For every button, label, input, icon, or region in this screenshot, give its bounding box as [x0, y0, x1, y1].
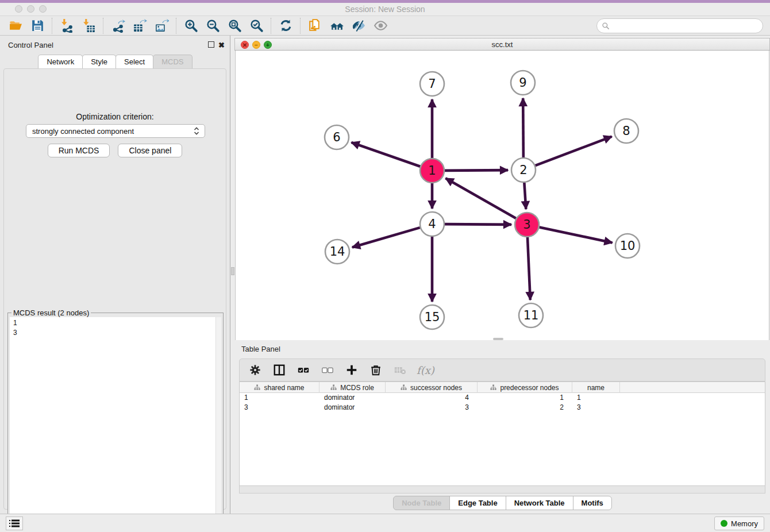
column-header-name[interactable]: name: [572, 382, 620, 393]
table-cell[interactable]: 1: [572, 393, 620, 403]
table-settings-button[interactable]: [248, 363, 263, 377]
delete-table-button[interactable]: [392, 363, 407, 377]
window-title: Session: New Session: [0, 5, 770, 14]
zoom-out-button[interactable]: [202, 17, 224, 34]
save-session-button[interactable]: [26, 17, 48, 34]
duplicate-network-icon: [308, 18, 322, 33]
zoom-out-icon: [206, 18, 220, 33]
column-header-shared-name[interactable]: shared name: [240, 382, 319, 393]
node-table[interactable]: shared nameMCDS rolesuccessor nodesprede…: [239, 381, 765, 486]
import-table-button[interactable]: [78, 17, 99, 34]
memory-button[interactable]: Memory: [714, 516, 764, 530]
search-field[interactable]: [596, 18, 763, 33]
close-panel-icon[interactable]: ✖: [218, 41, 225, 49]
table-cell[interactable]: 3: [240, 403, 319, 413]
search-icon: [602, 22, 610, 30]
graph-edge-2-3[interactable]: [524, 183, 526, 209]
zoom-fit-icon: [228, 18, 242, 33]
refresh-layout-button[interactable]: [275, 17, 297, 34]
deselect-all-columns-button[interactable]: [320, 363, 335, 377]
houses-button[interactable]: [326, 17, 348, 34]
table-cell[interactable]: dominator: [319, 403, 386, 413]
split-columns-icon: [273, 364, 286, 376]
network-graph[interactable]: 7968124314101511: [236, 51, 769, 340]
control-panel-title: Control Panel: [8, 41, 53, 49]
table-row[interactable]: 1dominator411: [240, 393, 765, 403]
tab-node-table[interactable]: Node Table: [393, 496, 450, 510]
list-icon: [9, 519, 20, 527]
close-panel-button[interactable]: Close panel: [118, 144, 182, 157]
column-header-successor-nodes[interactable]: successor nodes: [386, 382, 478, 393]
column-label: predecessor nodes: [500, 384, 559, 392]
export-table-button[interactable]: [129, 17, 151, 34]
tab-mcds[interactable]: MCDS: [153, 55, 192, 68]
table-cell[interactable]: dominator: [319, 393, 386, 403]
float-panel-icon[interactable]: [208, 41, 214, 49]
zoom-fit-button[interactable]: [224, 17, 245, 34]
table-toolbar: f(x): [239, 358, 765, 381]
open-session-button[interactable]: [5, 17, 26, 34]
tab-network[interactable]: Network: [38, 55, 83, 68]
graph-edge-1-6[interactable]: [351, 142, 420, 167]
import-table-icon: [82, 18, 96, 33]
delete-columns-button[interactable]: [368, 363, 383, 377]
run-mcds-button[interactable]: Run MCDS: [48, 144, 110, 157]
export-network-button[interactable]: [107, 17, 129, 34]
column-tree-icon: [490, 384, 496, 391]
table-cell[interactable]: 1: [478, 393, 572, 403]
column-tree-icon: [401, 384, 407, 391]
export-image-button[interactable]: [151, 17, 172, 34]
tab-motifs[interactable]: Motifs: [573, 496, 612, 510]
table-cell[interactable]: 3: [386, 403, 478, 413]
add-column-button[interactable]: [344, 363, 359, 377]
import-network-icon: [60, 18, 74, 33]
mcds-result-text[interactable]: 1 3: [10, 317, 215, 530]
table-cell[interactable]: 1: [240, 393, 319, 403]
panel-splitter[interactable]: [230, 36, 234, 514]
tab-select[interactable]: Select: [116, 55, 153, 68]
tab-network-table[interactable]: Network Table: [506, 496, 573, 510]
criterion-dropdown[interactable]: strongly connected component: [26, 124, 205, 138]
toolbar-separator: [103, 18, 103, 34]
graph-edge-2-8[interactable]: [536, 137, 612, 166]
save-floppy-icon: [30, 18, 45, 33]
column-tree-icon: [254, 384, 260, 391]
graph-edge-3-1[interactable]: [445, 178, 515, 218]
show-eye-button[interactable]: [369, 17, 391, 34]
eye-slash-icon: [352, 18, 366, 33]
table-row[interactable]: 3dominator323: [240, 403, 765, 413]
graph-edge-2-9[interactable]: [523, 98, 523, 157]
tab-edge-table[interactable]: Edge Table: [449, 496, 506, 510]
graph-edge-1-2[interactable]: [445, 170, 508, 171]
zoom-selected-button[interactable]: [245, 17, 267, 34]
graph-node-label-15: 15: [425, 310, 440, 324]
table-tabs: Node TableEdge TableNetwork TableMotifs: [234, 496, 770, 510]
unchecked-boxes-icon: [321, 364, 334, 376]
function-builder-button[interactable]: f(x): [417, 364, 434, 376]
tab-style[interactable]: Style: [82, 55, 116, 68]
new-network-from-selection-button[interactable]: [304, 17, 326, 34]
titlebar: Session: New Session: [0, 3, 770, 16]
hide-eye-button[interactable]: [348, 17, 369, 34]
graph-edge-4-3[interactable]: [445, 224, 511, 225]
search-input[interactable]: [610, 22, 763, 30]
column-header-predecessor-nodes[interactable]: predecessor nodes: [478, 382, 572, 393]
graph-edge-3-11[interactable]: [528, 237, 530, 300]
table-cell[interactable]: 3: [572, 403, 620, 413]
table-cell[interactable]: 4: [386, 393, 478, 403]
import-network-button[interactable]: [56, 17, 78, 34]
graph-edge-4-14[interactable]: [352, 228, 420, 247]
table-cell[interactable]: 2: [478, 403, 572, 413]
refresh-icon: [279, 18, 293, 33]
split-view-button[interactable]: [272, 363, 287, 377]
mcds-result-fieldset: MCDS result (2 nodes) 1 3: [7, 313, 224, 532]
column-header-MCDS-role[interactable]: MCDS role: [319, 382, 386, 393]
task-history-button[interactable]: [6, 516, 23, 530]
select-all-columns-button[interactable]: [296, 363, 311, 377]
zoom-in-button[interactable]: [180, 17, 202, 34]
memory-label: Memory: [731, 519, 758, 528]
mcds-result-scrollbar[interactable]: [215, 317, 221, 530]
graph-edge-3-10[interactable]: [540, 228, 613, 243]
network-window-titlebar[interactable]: ✕ − + scc.txt: [234, 38, 770, 51]
network-canvas[interactable]: 7968124314101511: [235, 51, 769, 340]
